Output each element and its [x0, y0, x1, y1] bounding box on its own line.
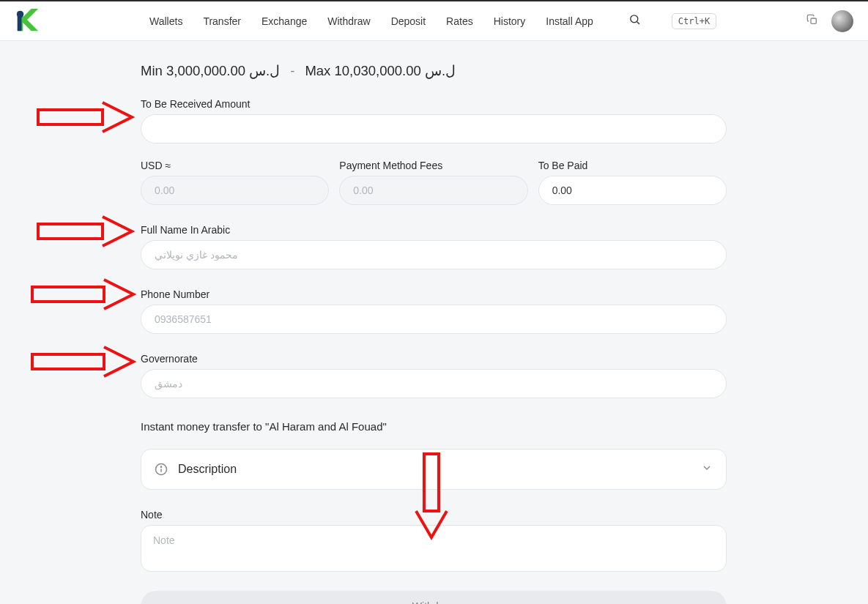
- note-label: Note: [141, 509, 727, 521]
- fees-label: Payment Method Fees: [339, 160, 527, 171]
- usd-label: USD ≈: [141, 160, 329, 171]
- limits-separator: -: [290, 63, 294, 79]
- svg-point-0: [17, 10, 23, 17]
- shortcut-badge: Ctrl+K: [672, 13, 716, 29]
- search-icon[interactable]: [628, 13, 641, 29]
- paid-input[interactable]: [538, 176, 727, 205]
- phone-input[interactable]: [141, 305, 727, 334]
- annotation-arrow-4: [31, 344, 141, 381]
- governorate-input[interactable]: [141, 369, 727, 398]
- amount-breakdown-row: USD ≈ Payment Method Fees To Be Paid: [141, 160, 727, 205]
- svg-point-1: [631, 15, 638, 23]
- svg-rect-7: [38, 110, 103, 124]
- accordion-label: Description: [178, 463, 237, 476]
- received-amount-input[interactable]: [141, 114, 727, 143]
- topbar-right: [806, 10, 853, 32]
- copy-icon[interactable]: [806, 14, 818, 29]
- nav-exchange[interactable]: Exchange: [261, 15, 307, 27]
- svg-point-6: [160, 466, 161, 467]
- governorate-label: Governorate: [141, 353, 727, 365]
- svg-rect-10: [32, 354, 104, 369]
- phone-label: Phone Number: [141, 288, 727, 300]
- nav-rates[interactable]: Rates: [446, 15, 473, 27]
- nav-deposit[interactable]: Deposit: [391, 15, 426, 27]
- fullname-input[interactable]: [141, 240, 727, 269]
- svg-rect-8: [38, 224, 103, 239]
- note-input[interactable]: [141, 525, 727, 572]
- fullname-label: Full Name In Arabic: [141, 224, 727, 236]
- svg-line-2: [637, 22, 639, 24]
- annotation-arrow-1: [37, 100, 139, 136]
- nav-install-app[interactable]: Install App: [546, 15, 593, 27]
- page-body: Min 3,000,000.00 ل.س - Max 10,030,000.00…: [0, 41, 868, 604]
- svg-rect-3: [811, 18, 816, 23]
- nav-transfer[interactable]: Transfer: [203, 15, 241, 27]
- nav-history[interactable]: History: [494, 15, 526, 27]
- chevron-down-icon: [701, 462, 713, 477]
- info-icon: [155, 463, 168, 476]
- amount-limits: Min 3,000,000.00 ل.س - Max 10,030,000.00…: [141, 63, 727, 79]
- withdraw-button[interactable]: Withdraw: [141, 591, 727, 604]
- transfer-info: Instant money transfer to "Al Haram and …: [141, 420, 727, 433]
- max-limit: Max 10,030,000.00 ل.س: [305, 63, 456, 79]
- annotation-arrow-2: [37, 214, 139, 250]
- topbar: Wallets Transfer Exchange Withdraw Depos…: [0, 0, 868, 41]
- nav-withdraw[interactable]: Withdraw: [327, 15, 370, 27]
- app-logo[interactable]: [15, 9, 40, 34]
- received-amount-label: To Be Received Amount: [141, 98, 727, 110]
- avatar[interactable]: [831, 10, 853, 32]
- description-accordion[interactable]: Description: [141, 449, 727, 490]
- withdraw-form: Min 3,000,000.00 ل.س - Max 10,030,000.00…: [141, 63, 727, 604]
- main-nav: Wallets Transfer Exchange Withdraw Depos…: [149, 13, 716, 29]
- fees-input: [339, 176, 527, 205]
- nav-wallets[interactable]: Wallets: [149, 15, 182, 27]
- paid-label: To Be Paid: [538, 160, 727, 171]
- usd-input: [141, 176, 329, 205]
- svg-rect-9: [32, 287, 104, 302]
- annotation-arrow-3: [31, 277, 141, 313]
- min-limit: Min 3,000,000.00 ل.س: [141, 63, 280, 79]
